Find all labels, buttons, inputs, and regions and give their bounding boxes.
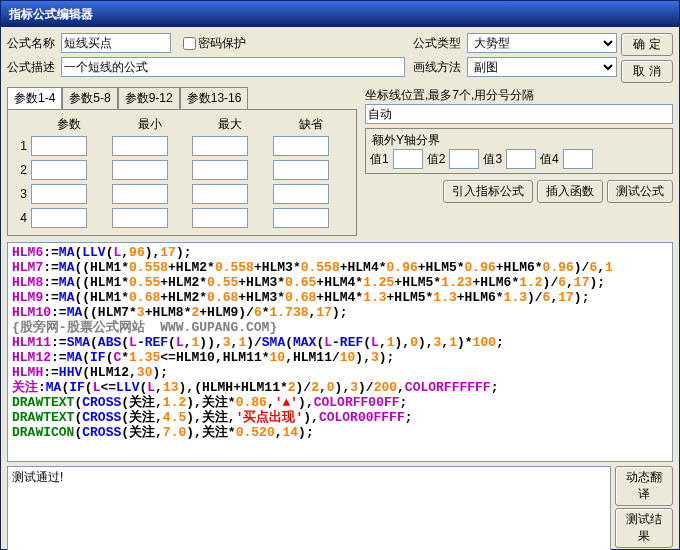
coord-input[interactable]: [365, 104, 673, 124]
tab-params-9-12[interactable]: 参数9-12: [118, 87, 180, 109]
y2-input[interactable]: [449, 149, 479, 169]
param-name-1[interactable]: [31, 136, 87, 156]
formula-editor-window: 指标公式编辑器 公式名称 密码保护 公式描述: [0, 0, 680, 550]
param-min-4[interactable]: [112, 208, 168, 228]
param-table: 参数 最小 最大 缺省 1 2 3 4: [12, 114, 352, 231]
param-def-1[interactable]: [273, 136, 329, 156]
tab-params-13-16[interactable]: 参数13-16: [180, 87, 249, 109]
formula-code-editor[interactable]: HLM6:=MA(LLV(L,96),17);HLM7:=MA((HLM1*0.…: [7, 242, 673, 462]
insert-function-button[interactable]: 插入函数: [537, 180, 603, 203]
param-max-4[interactable]: [192, 208, 248, 228]
param-min-2[interactable]: [112, 160, 168, 180]
param-name-2[interactable]: [31, 160, 87, 180]
titlebar: 指标公式编辑器: [1, 1, 679, 27]
window-title: 指标公式编辑器: [5, 6, 675, 23]
type-select[interactable]: 大势型: [467, 33, 617, 53]
y3-input[interactable]: [506, 149, 536, 169]
import-formula-button[interactable]: 引入指标公式: [443, 180, 533, 203]
tab-params-1-4[interactable]: 参数1-4: [7, 87, 62, 109]
password-check[interactable]: 密码保护: [183, 35, 246, 52]
param-name-3[interactable]: [31, 184, 87, 204]
table-row: 1: [14, 135, 350, 157]
draw-label: 画线方法: [413, 59, 463, 76]
draw-select[interactable]: 副图: [467, 57, 617, 77]
coord-label: 坐标线位置,最多7个,用分号分隔: [365, 87, 673, 104]
tab-params-5-8[interactable]: 参数5-8: [62, 87, 117, 109]
type-label: 公式类型: [413, 35, 463, 52]
param-name-4[interactable]: [31, 208, 87, 228]
output-box: 测试通过!: [7, 466, 611, 550]
param-def-4[interactable]: [273, 208, 329, 228]
y4-input[interactable]: [563, 149, 593, 169]
table-row: 3: [14, 183, 350, 205]
cancel-button[interactable]: 取 消: [621, 60, 673, 83]
param-min-3[interactable]: [112, 184, 168, 204]
desc-label: 公式描述: [7, 59, 57, 76]
param-tabs: 参数1-4 参数5-8 参数9-12 参数13-16: [7, 87, 357, 109]
password-checkbox[interactable]: [183, 37, 196, 50]
name-label: 公式名称: [7, 35, 57, 52]
table-row: 2: [14, 159, 350, 181]
ok-button[interactable]: 确 定: [621, 33, 673, 56]
desc-input[interactable]: [61, 57, 405, 77]
test-formula-button[interactable]: 测试公式: [607, 180, 673, 203]
table-row: 4: [14, 207, 350, 229]
param-min-1[interactable]: [112, 136, 168, 156]
param-max-3[interactable]: [192, 184, 248, 204]
dynamic-translate-button[interactable]: 动态翻译: [615, 466, 673, 506]
y1-input[interactable]: [393, 149, 423, 169]
param-def-2[interactable]: [273, 160, 329, 180]
yaxis-fieldset: 额外Y轴分界 值1 值2 值3 值4: [365, 128, 673, 174]
name-input[interactable]: [61, 33, 171, 53]
param-max-2[interactable]: [192, 160, 248, 180]
param-def-3[interactable]: [273, 184, 329, 204]
param-max-1[interactable]: [192, 136, 248, 156]
test-result-button[interactable]: 测试结果: [615, 508, 673, 548]
